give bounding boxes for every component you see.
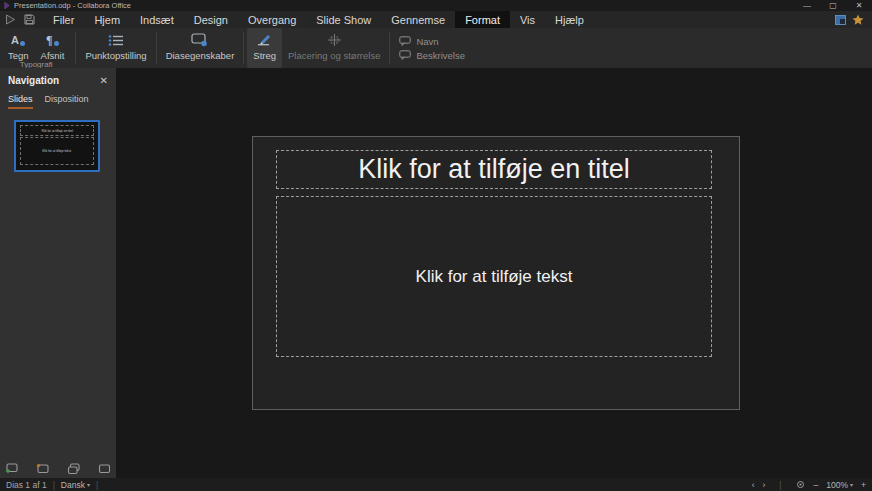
speech-bubble-icon [399,36,411,46]
line-icon [257,32,272,48]
feedback-window-icon[interactable] [835,15,846,25]
character-icon: A [10,32,26,48]
bullets-icon [108,32,124,48]
menubar-right-icons [835,11,872,28]
previous-slide-button[interactable]: ‹ [752,480,755,490]
ribbon-separator [243,32,244,64]
slide-editing-area[interactable]: Klik for at tilføje en titel Klik for at… [252,136,740,410]
star-icon[interactable] [852,14,864,25]
navigation-tabs: Slides Disposition [0,91,116,109]
navigation-panel: Navigation ✕ Slides Disposition Klik for… [0,68,116,478]
ribbon-toolbar: A Tegn ¶ Afsnit Typografi [0,28,872,68]
menu-item-slide-show[interactable]: Slide Show [306,11,381,28]
app-logo-icon [4,2,10,9]
paragraph-button[interactable]: ¶ Afsnit [35,28,71,61]
slide-panel-toolbar [0,461,116,477]
duplicate-slide-icon[interactable] [67,462,81,476]
slide-canvas[interactable]: Klik for at tilføje en titel Klik for at… [116,68,872,478]
tab-disposition[interactable]: Disposition [45,94,89,109]
collabora-logo-icon [5,14,16,25]
minimize-button[interactable]: — [794,0,820,11]
language-selector[interactable]: Dansk▾ [61,480,90,490]
menu-item-design[interactable]: Design [184,11,238,28]
title-placeholder[interactable]: Klik for at tilføje en titel [276,150,712,189]
maximize-button[interactable]: ▢ [820,0,846,11]
menu-item-overgang[interactable]: Overgang [238,11,306,28]
slide-properties-button[interactable]: Diasegenskaber [160,28,241,68]
window-controls: — ▢ ✕ [794,0,872,11]
slide-thumbnail[interactable]: Klik for at tilføje en titel Klik for at… [14,120,100,172]
navigation-title: Navigation [8,75,59,86]
slide-properties-icon [191,32,208,48]
zoom-out-button[interactable]: – [814,480,819,490]
new-slide-icon[interactable] [4,462,18,476]
window-title: Presentation.odp - Collabora Office [14,1,131,10]
bullets-button[interactable]: Punktopstilling [79,28,152,68]
speech-bubble-icon [399,50,411,60]
tab-slides[interactable]: Slides [8,94,33,109]
line-button[interactable]: Streg [247,28,282,68]
body-placeholder[interactable]: Klik for at tilføje tekst [276,196,712,357]
menu-item-vis[interactable]: Vis [510,11,545,28]
close-button[interactable]: ✕ [846,0,872,11]
statusbar-right: ‹ › | – 100%▾ + [752,480,866,490]
menu-item-hjaelp[interactable]: Hjælp [545,11,594,28]
navigation-header: Navigation ✕ [0,68,116,91]
paragraph-icon: ¶ [44,32,60,48]
save-icon[interactable] [24,14,35,25]
menu-item-format[interactable]: Format [455,11,510,28]
svg-text:¶: ¶ [46,33,52,47]
menu-item-indsaet[interactable]: Indsæt [130,11,184,28]
slide-layout-icon[interactable] [98,462,112,476]
statusbar: Dias 1 af 1 | Dansk▾ | ‹ › | – 100%▾ + [0,478,872,491]
slide-count-status: Dias 1 af 1 [6,480,47,490]
name-button[interactable]: Navn [399,36,465,47]
ribbon-separator [75,32,76,64]
menu-item-filer[interactable]: Filer [43,11,84,28]
ribbon-separator [389,32,390,64]
menubar: Filer Hjem Indsæt Design Overgang Slide … [0,11,872,28]
svg-text:A: A [11,34,19,46]
thumbnail-body-placeholder: Klik for at tilføje tekst [20,137,94,165]
ribbon-group-typografi: A Tegn ¶ Afsnit Typografi [0,28,72,68]
chevron-down-icon: ▾ [87,482,90,488]
chevron-down-icon: ▾ [850,482,853,488]
ribbon-separator [156,32,157,64]
menu-item-hjem[interactable]: Hjem [84,11,130,28]
zoom-fit-icon[interactable] [796,480,806,489]
thumbnail-title-placeholder: Klik for at tilføje en titel [20,125,94,136]
zoom-level-selector[interactable]: 100%▾ [826,480,853,490]
next-slide-button[interactable]: › [762,480,765,490]
description-button[interactable]: Beskrivelse [399,50,465,61]
position-size-button[interactable]: Placering og størrelse [282,28,386,68]
menu-item-gennemse[interactable]: Gennemse [381,11,455,28]
character-button[interactable]: A Tegn [2,28,35,61]
position-size-icon [327,32,342,48]
titlebar: Presentation.odp - Collabora Office — ▢ … [0,0,872,11]
rename-slide-icon[interactable] [35,462,49,476]
name-description-group: Navn Beskrivelse [393,28,471,68]
collabora-impress-window: { "titlebar": { "title": "Presentation.o… [0,0,872,491]
zoom-in-button[interactable]: + [861,480,866,490]
panel-close-icon[interactable]: ✕ [100,75,108,86]
